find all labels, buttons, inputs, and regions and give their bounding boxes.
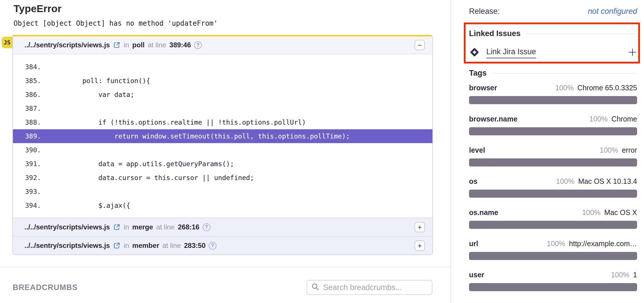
- code-line: 388. if (!this.options.realtime || !this…: [13, 115, 432, 129]
- collapse-frame-button[interactable]: −: [415, 40, 425, 50]
- code-line: 392. data.cursor = this.cursor || undefi…: [13, 171, 432, 185]
- code-line: 393.: [13, 185, 432, 199]
- error-title: TypeError: [14, 3, 451, 14]
- tag-row-url: url 100% http://example.com…: [469, 239, 637, 260]
- tag-key: os: [469, 177, 477, 186]
- in-label: in: [124, 223, 129, 231]
- tag-key: level: [469, 146, 485, 154]
- heading-rule: [526, 33, 637, 34]
- code-line-highlighted: 389. return window.setTimeout(this.poll,…: [13, 129, 432, 143]
- help-icon[interactable]: ?: [203, 223, 210, 231]
- breadcrumbs-section: BREADCRUMBS: [0, 267, 451, 295]
- jira-icon: [469, 47, 480, 59]
- tag-distribution-bar: [469, 96, 637, 104]
- release-value-link[interactable]: not configured: [588, 7, 637, 16]
- tag-value: Chrome 65.0.3325: [577, 83, 637, 92]
- code-line: 391. data = app.utils.getQueryParams();: [13, 157, 432, 171]
- help-icon[interactable]: ?: [209, 242, 216, 250]
- tag-key: user: [469, 270, 484, 279]
- tag-percent: 100%: [555, 83, 574, 92]
- breadcrumbs-heading: BREADCRUMBS: [13, 283, 78, 292]
- stack-frame-collapsed-member[interactable]: ../../sentry/scripts/views.js in member …: [13, 236, 432, 255]
- tag-value: Mac OS X: [604, 208, 637, 217]
- breadcrumbs-search-box[interactable]: [306, 280, 432, 295]
- frame-function: merge: [132, 223, 153, 231]
- error-message: Object [object Object] has no method 'up…: [14, 19, 451, 27]
- in-label: in: [124, 242, 129, 250]
- tag-distribution-bar: [469, 158, 637, 167]
- frame-function: member: [132, 242, 159, 250]
- tag-key: url: [469, 239, 478, 248]
- release-row: Release: not configured: [469, 7, 637, 16]
- tag-percent: 100%: [582, 208, 600, 217]
- linked-issues-row: Link Jira Issue: [469, 47, 637, 59]
- tag-row-browser-name: browser.name 100% Chrome: [469, 115, 637, 135]
- tag-percent: 100%: [589, 115, 608, 123]
- code-line: 385. poll: function(){: [13, 74, 432, 88]
- tag-distribution-bar: [469, 283, 637, 291]
- expand-frame-button[interactable]: +: [415, 240, 425, 251]
- release-label: Release:: [469, 7, 500, 16]
- tag-row-level: level 100% error: [469, 146, 637, 167]
- tag-percent: 100%: [556, 177, 575, 186]
- tag-distribution-bar: [469, 252, 637, 260]
- link-jira-issue-link[interactable]: Link Jira Issue: [486, 47, 536, 58]
- tag-row-os-name: os.name 100% Mac OS X: [469, 208, 637, 229]
- in-label: in: [124, 41, 129, 49]
- search-icon: [311, 283, 320, 292]
- frame-path: ../../sentry/scripts/views.js: [25, 242, 110, 250]
- tag-value: Mac OS X 10.13.4: [578, 177, 637, 186]
- tag-row-os: os 100% Mac OS X 10.13.4: [469, 177, 637, 198]
- search-input[interactable]: [323, 283, 428, 292]
- code-line: 390.: [13, 143, 432, 157]
- tag-distribution-bar: [469, 127, 637, 135]
- stacktrace-card: JS ../../sentry/scripts/views.js in poll…: [12, 35, 433, 255]
- stack-frame-collapsed-merge[interactable]: ../../sentry/scripts/views.js in merge a…: [13, 218, 432, 236]
- tag-distribution-bar: [469, 221, 637, 229]
- tag-key: browser.name: [469, 115, 517, 123]
- tag-percent: 100%: [547, 239, 565, 248]
- at-line-label: at line: [162, 242, 181, 250]
- frame-position: 389:46: [170, 41, 191, 49]
- frame-position: 268:16: [178, 223, 199, 231]
- code-line: 387.: [13, 102, 432, 115]
- code-line: 384.: [13, 60, 432, 74]
- tags-list: browser 100% Chrome 65.0.3325 browser.na…: [469, 83, 637, 291]
- frame-path: ../../sentry/scripts/views.js: [25, 41, 110, 49]
- at-line-label: at line: [148, 41, 166, 49]
- at-line-label: at line: [156, 223, 175, 231]
- event-detail-panel: TypeError Object [object Object] has no …: [0, 0, 451, 303]
- tag-value: http://example.com…: [569, 239, 637, 248]
- tag-row-browser: browser 100% Chrome 65.0.3325: [469, 83, 637, 104]
- tags-heading: Tags: [469, 69, 637, 78]
- error-header: TypeError Object [object Object] has no …: [0, 0, 451, 27]
- external-link-icon[interactable]: [113, 223, 120, 231]
- frame-path: ../../sentry/scripts/views.js: [25, 223, 110, 231]
- code-line: 394. $.ajax({: [13, 199, 432, 212]
- stack-frame-header[interactable]: ../../sentry/scripts/views.js in poll at…: [13, 36, 432, 54]
- external-link-icon[interactable]: [113, 41, 120, 49]
- tag-percent: 100%: [600, 146, 618, 154]
- tag-value: 1: [633, 270, 637, 279]
- frame-position: 283:50: [184, 242, 206, 250]
- event-sidebar: Release: not configured Linked Issues Li…: [452, 0, 644, 303]
- tag-row-user: user 100% 1: [469, 270, 637, 291]
- tag-value: error: [622, 146, 637, 154]
- add-linked-issue-button[interactable]: [628, 48, 637, 58]
- platform-js-badge: JS: [2, 37, 12, 48]
- external-link-icon[interactable]: [113, 242, 120, 249]
- linked-issues-heading: Linked Issues: [469, 29, 637, 38]
- expand-frame-button[interactable]: +: [415, 222, 425, 232]
- help-icon[interactable]: ?: [194, 41, 202, 49]
- heading-rule: [492, 73, 637, 74]
- tag-percent: 100%: [611, 270, 629, 279]
- frame-function: poll: [132, 41, 145, 49]
- tag-distribution-bar: [469, 190, 637, 198]
- tag-key: os.name: [469, 208, 498, 217]
- code-line: 386. var data;: [13, 88, 432, 102]
- source-context: 384. 385. poll: function(){ 386. var dat…: [13, 54, 432, 218]
- tag-key: browser: [469, 83, 497, 92]
- tag-value: Chrome: [611, 115, 637, 123]
